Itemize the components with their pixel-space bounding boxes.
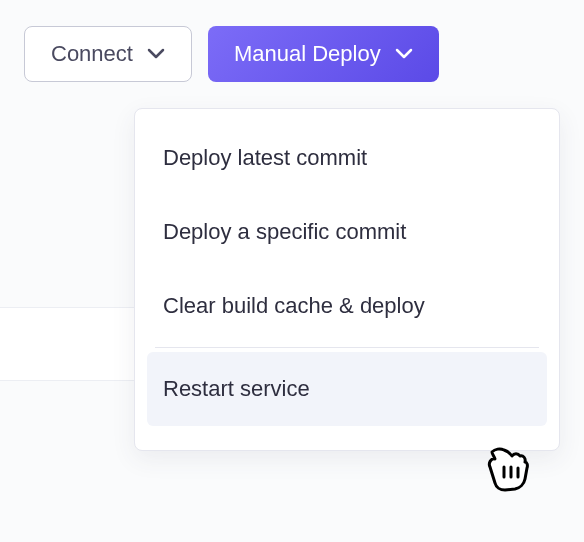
dropdown-divider	[155, 347, 539, 348]
chevron-down-icon	[395, 48, 413, 60]
manual-deploy-button[interactable]: Manual Deploy	[208, 26, 439, 82]
background-band	[0, 307, 134, 381]
connect-button[interactable]: Connect	[24, 26, 192, 82]
toolbar: Connect Manual Deploy	[0, 0, 584, 82]
manual-deploy-dropdown: Deploy latest commit Deploy a specific c…	[134, 108, 560, 451]
dropdown-item-restart[interactable]: Restart service	[147, 352, 547, 426]
dropdown-item-label: Clear build cache & deploy	[163, 293, 425, 318]
dropdown-item-label: Restart service	[163, 376, 310, 401]
connect-label: Connect	[51, 41, 133, 67]
dropdown-item-clear-cache[interactable]: Clear build cache & deploy	[147, 269, 547, 343]
dropdown-item-label: Deploy latest commit	[163, 145, 367, 170]
dropdown-item-label: Deploy a specific commit	[163, 219, 406, 244]
dropdown-item-deploy-specific[interactable]: Deploy a specific commit	[147, 195, 547, 269]
chevron-down-icon	[147, 48, 165, 60]
dropdown-item-deploy-latest[interactable]: Deploy latest commit	[147, 121, 547, 195]
manual-deploy-label: Manual Deploy	[234, 41, 381, 67]
mouse-cursor-icon	[483, 445, 529, 499]
